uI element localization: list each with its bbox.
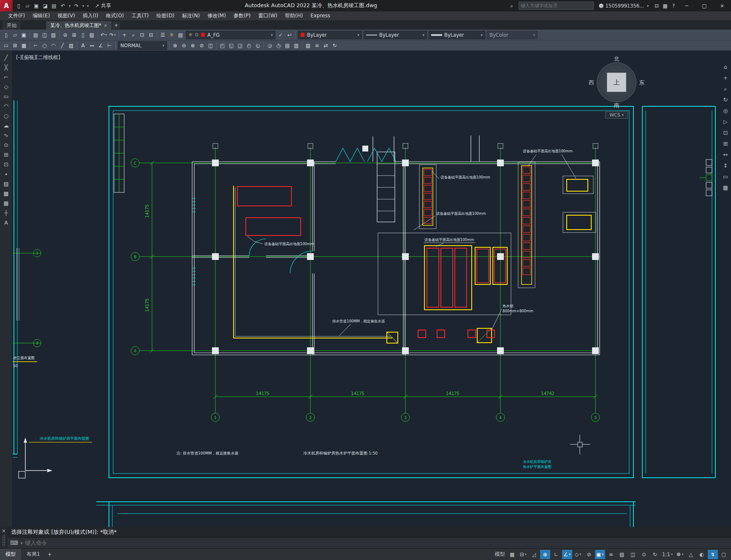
toolbar2-button-23[interactable]: ▧ — [304, 41, 313, 50]
annotation-monitor-icon[interactable]: △ — [686, 550, 696, 559]
tab-close-icon[interactable]: × — [104, 23, 107, 28]
new-tab-button[interactable]: + — [112, 22, 120, 29]
command-input-row[interactable]: ⌨ ▾ — [8, 537, 731, 548]
nav-wheel-icon[interactable]: ◎ — [720, 106, 731, 116]
toolbar2-button-25[interactable]: ⇄ — [321, 41, 330, 50]
toolbar2-button-18[interactable]: ◵ — [253, 41, 262, 50]
isodraft-icon[interactable]: ◇▾ — [573, 550, 583, 559]
make-block-tool[interactable]: ⊡ — [1, 160, 11, 169]
infer-constraints-icon[interactable]: ◿ — [529, 550, 539, 559]
region-tool[interactable]: ▦ — [1, 198, 11, 208]
toolbar2-button-9[interactable]: ⊕ — [171, 41, 179, 50]
app-logo[interactable]: A — [0, 0, 13, 11]
lineweight-display-icon[interactable]: ≡ — [606, 550, 616, 559]
ellipse-tool[interactable]: ⊙ — [1, 140, 11, 149]
nav-tool-icon[interactable]: ⊡ — [720, 127, 731, 138]
command-drag-handle[interactable] — [2, 535, 5, 546]
nav-motion-icon[interactable]: ▷ — [720, 116, 731, 127]
layer-previous-button[interactable]: ↩ — [285, 31, 294, 39]
toolbar2-button-1[interactable]: ▭ — [2, 41, 11, 50]
menu-insert[interactable]: 插入(I) — [79, 11, 102, 20]
command-grip[interactable]: × — [0, 527, 8, 548]
tab-drawing[interactable]: 某冷、热水机房竣工图* × — [46, 21, 111, 30]
annotation-visibility-icon[interactable]: ⊙ — [639, 550, 649, 559]
paste-button[interactable]: ▯ — [79, 31, 87, 39]
line-tool[interactable]: ╱ — [1, 53, 11, 62]
copy-button[interactable]: ⊞ — [70, 31, 79, 39]
menu-draw[interactable]: 绘图(D) — [152, 11, 178, 20]
selection-cycling-icon[interactable]: ◫ — [628, 550, 638, 559]
dim-angular-button[interactable]: ∠ — [96, 41, 105, 50]
wcs-dropdown[interactable]: WCS ▾ — [605, 111, 628, 119]
toolbar2-button-6[interactable]: ◠ — [49, 41, 58, 50]
nav-tool-icon[interactable]: ▭ — [720, 171, 731, 182]
menu-file[interactable]: 文件(F) — [4, 11, 29, 20]
menu-format[interactable]: 格式(O) — [102, 11, 128, 20]
maximize-button[interactable]: □ — [696, 0, 713, 11]
save-button[interactable]: ▣ — [19, 31, 28, 39]
new-layout-button[interactable]: + — [46, 549, 54, 560]
nav-pan-icon[interactable]: + — [720, 73, 731, 83]
zoom-realtime-button[interactable]: ⌕ — [129, 31, 138, 39]
publish-button[interactable]: ▧ — [49, 31, 58, 39]
toolbar2-button-10[interactable]: ⊖ — [179, 41, 188, 50]
menu-modify[interactable]: 修改(M) — [204, 11, 230, 20]
toolbar2-button-4[interactable]: ⌐ — [31, 41, 40, 50]
viewcube-south-label[interactable]: 南 — [593, 102, 640, 109]
dim-baseline-button[interactable]: ⊢ — [105, 41, 114, 50]
table-tool[interactable]: ┼ — [1, 208, 11, 217]
zoom-window-button[interactable]: ⊡ — [138, 31, 147, 39]
drawing-canvas[interactable]: 1 2 柜立面布置图 50 冷水机房和锅炉房平面布置图 — [13, 51, 731, 527]
toolbar2-button-20[interactable]: ◷ — [274, 41, 283, 50]
text-button[interactable]: A — [79, 41, 87, 50]
command-keyboard-icon[interactable]: ⌨ — [10, 540, 18, 546]
menu-edit[interactable]: 编辑(E) — [29, 11, 54, 20]
viewcube-west-label[interactable]: 西 — [589, 79, 594, 87]
construction-line-tool[interactable]: ╳ — [1, 62, 11, 72]
undo-button[interactable]: ↶▾ — [99, 31, 108, 39]
quick-access-caret-icon[interactable]: ▾ — [86, 1, 90, 11]
revcloud-tool[interactable]: ☁ — [1, 121, 11, 130]
viewport-controls[interactable]: [-][俯视][二维线框] — [16, 54, 60, 61]
toolbar2-button-19[interactable]: ◶ — [265, 41, 274, 50]
layer-dropdown[interactable]: ☼ ⊙ A_FG ▾ — [186, 31, 275, 39]
tab-start[interactable]: 开始 — [3, 21, 21, 30]
snap-icon[interactable]: ⊟▾ — [518, 550, 528, 559]
toolbar2-button-11[interactable]: ⊗ — [188, 41, 197, 50]
layer-bulb-button[interactable]: ☼ — [167, 31, 176, 39]
open-file-icon[interactable]: ▱ — [23, 1, 32, 11]
layer-properties-button[interactable]: ☰ — [158, 31, 167, 39]
zoom-previous-button[interactable]: ⊟ — [147, 31, 155, 39]
save-icon[interactable]: ▣ — [32, 1, 41, 11]
object-snap-icon[interactable]: ▣▾ — [595, 550, 605, 559]
gradient-tool[interactable]: ▩ — [1, 189, 11, 198]
graphics-performance-icon[interactable]: ↯ — [708, 550, 718, 559]
model-space-button[interactable]: 模型 — [494, 550, 506, 559]
polygon-tool[interactable]: ◇ — [1, 82, 11, 91]
toolbar2-button-5[interactable]: ○ — [40, 41, 49, 50]
toolbar2-button-22[interactable]: ▥ — [292, 41, 301, 50]
linetype-dropdown[interactable]: ByLayer ▾ — [364, 31, 427, 39]
search-box[interactable] — [519, 2, 594, 10]
toolbar2-button-21[interactable]: ▤ — [283, 41, 292, 50]
nav-orbit-icon[interactable]: ↻ — [720, 95, 731, 105]
plot-button[interactable]: ▤ — [31, 31, 40, 39]
plot-preview-button[interactable]: ◫ — [40, 31, 49, 39]
viewcube-top-face[interactable]: 上 — [607, 73, 626, 92]
plot-style-dropdown[interactable]: ByColor ▾ — [487, 31, 538, 39]
menu-window[interactable]: 窗口(W) — [255, 11, 281, 20]
dim-linear-button[interactable]: ↔ — [87, 41, 96, 50]
toolbar2-button-2[interactable]: ⊞ — [11, 41, 19, 50]
toolbar2-button-16[interactable]: ◲ — [236, 41, 245, 50]
layer-states-button[interactable]: ▤ — [176, 31, 185, 39]
polyline-tool[interactable]: ⌐ — [1, 72, 11, 81]
model-tab[interactable]: 模型 — [0, 549, 21, 560]
undo-icon[interactable]: ↶ — [59, 1, 67, 11]
command-caret-icon[interactable]: ▾ — [21, 541, 23, 545]
clean-screen-icon[interactable]: ▢ — [719, 550, 729, 559]
annotation-scale-control[interactable]: 1:1▾ — [661, 550, 674, 559]
autoscale-icon[interactable]: ↻ — [650, 550, 660, 559]
account-button[interactable]: ☻ 15059991356... ▾ — [596, 1, 652, 11]
circle-tool[interactable]: ○ — [1, 111, 11, 120]
toolbar2-button-7[interactable]: ╱ — [58, 41, 67, 50]
